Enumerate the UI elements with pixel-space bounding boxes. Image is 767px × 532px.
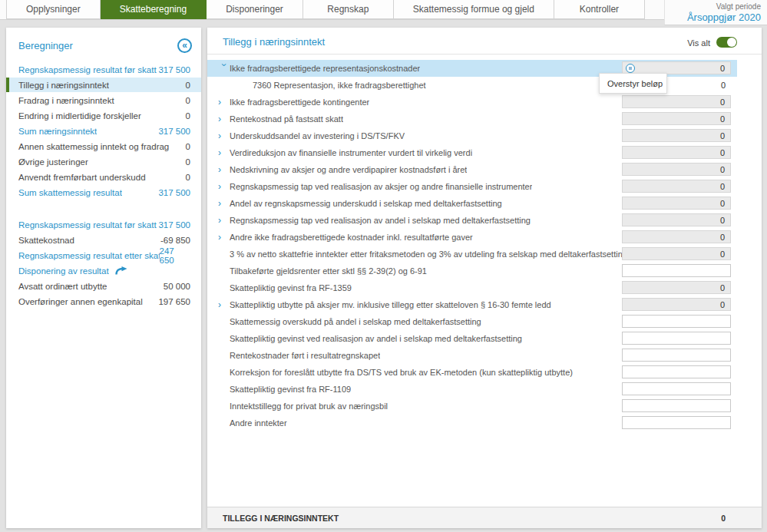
sidebar-item[interactable]: Sum næringsinntekt317 500 bbox=[6, 124, 201, 138]
sidebar-group-gap bbox=[6, 200, 201, 217]
show-all-toggle[interactable] bbox=[716, 37, 737, 48]
chevron-right-icon[interactable]: › bbox=[218, 165, 230, 174]
chevron-right-icon[interactable]: › bbox=[218, 199, 230, 208]
amount-value: 0 bbox=[720, 165, 725, 174]
amount-value: 0 bbox=[720, 182, 725, 191]
sidebar-item[interactable]: Annen skattemessig inntekt og fradrag0 bbox=[6, 139, 201, 154]
chevron-right-icon[interactable]: › bbox=[218, 233, 230, 242]
sidebar-item[interactable]: Øvrige justeringer0 bbox=[6, 154, 201, 169]
amount-field[interactable]: 0 bbox=[622, 247, 731, 260]
chevron-right-icon[interactable]: › bbox=[218, 97, 230, 107]
sidebar-item-value: 0 bbox=[186, 173, 190, 182]
override-amount-icon[interactable] bbox=[626, 64, 635, 73]
tab-regnskap[interactable]: Regnskap bbox=[303, 0, 394, 19]
override-tooltip: Overstyr beløp bbox=[599, 73, 667, 94]
amount-field[interactable]: 0 bbox=[622, 112, 731, 125]
amount-field[interactable]: 0 bbox=[622, 230, 731, 243]
sidebar-item[interactable]: Tillegg i næringsinntekt0 bbox=[6, 78, 201, 92]
sidebar-item-label: Fradrag i næringsinntekt bbox=[18, 96, 114, 105]
row-label: Inntektstillegg for privat bruk av nærin… bbox=[230, 401, 388, 411]
row-label: Tilbakeførte gjeldsrenter etter sktl §§ … bbox=[230, 266, 427, 276]
chevron-right-icon[interactable]: › bbox=[218, 114, 230, 124]
row-label: Rentekostnader ført i resultatregnskapet bbox=[230, 351, 380, 360]
statement-row: ›Skattepliktig utbytte på aksjer mv. ink… bbox=[207, 296, 737, 313]
amount-value: 0 bbox=[720, 97, 725, 107]
sidebar-item[interactable]: Anvendt fremførbart underskudd0 bbox=[6, 170, 201, 184]
row-label: Underskuddsandel av investering i DS/TS/… bbox=[230, 131, 405, 140]
sidebar-item[interactable]: Regnskapsmessig resultat før skatt317 50… bbox=[6, 217, 201, 232]
sidebar-item[interactable]: Avsatt ordinært utbytte50 000 bbox=[6, 279, 201, 293]
amount-field[interactable] bbox=[622, 365, 731, 378]
amount-field[interactable]: 0 bbox=[622, 298, 731, 311]
chevron-right-icon[interactable]: › bbox=[218, 182, 230, 191]
statement-row: ›Andel av regnskapsmessig underskudd i s… bbox=[207, 195, 737, 212]
collapse-sidebar-icon[interactable]: « bbox=[177, 38, 192, 53]
amount-field[interactable] bbox=[622, 264, 731, 277]
sidebar-item-value: 50 000 bbox=[164, 282, 190, 291]
amount-field[interactable] bbox=[622, 349, 731, 362]
amount-field[interactable]: 0 bbox=[622, 197, 731, 210]
sidebar-item[interactable]: Fradrag i næringsinntekt0 bbox=[6, 93, 201, 107]
chevron-right-icon[interactable]: › bbox=[218, 300, 230, 309]
sidebar-item-label: Øvrige justeringer bbox=[18, 157, 88, 167]
sidebar-item-label: Endring i midlertidige forskjeller bbox=[18, 111, 141, 121]
sidebar-header: Beregninger « bbox=[6, 28, 201, 59]
tab-skattemessig-formue-og-gjeld[interactable]: Skattemessig formue og gjeld bbox=[394, 0, 554, 19]
sidebar-item-label: Regnskapsmessig resultat etter skatt bbox=[18, 251, 160, 260]
sidebar-item[interactable]: Endring i midlertidige forskjeller0 bbox=[6, 108, 201, 123]
amount-field[interactable]: 0 bbox=[622, 213, 731, 226]
sidebar-item-value: 247 650 bbox=[160, 246, 190, 265]
sidebar-title: Beregninger bbox=[18, 40, 73, 51]
amount-field[interactable]: 0 bbox=[622, 95, 731, 108]
amount-value: 0 bbox=[721, 81, 726, 90]
chevron-right-icon[interactable]: › bbox=[218, 131, 230, 140]
amount-field[interactable] bbox=[622, 332, 731, 345]
amount-value: 0 bbox=[720, 199, 725, 208]
tab-disponeringer[interactable]: Disponeringer bbox=[207, 0, 303, 19]
amount-field[interactable] bbox=[622, 399, 731, 412]
sidebar-item[interactable]: Sum skattemessig resultat317 500 bbox=[6, 185, 201, 200]
sidebar-item[interactable]: Overføringer annen egenkapital197 650 bbox=[6, 294, 201, 309]
statement-row: ›Rentekostnad på fastsatt skatt0 bbox=[207, 111, 737, 127]
amount-field[interactable] bbox=[622, 315, 731, 328]
sidebar-item-value: 197 650 bbox=[158, 297, 190, 306]
amount-value: 0 bbox=[720, 114, 725, 124]
sidebar-item[interactable]: Regnskapsmessig resultat før skatt317 50… bbox=[6, 62, 201, 77]
amount-field[interactable]: 0 bbox=[622, 180, 731, 193]
chevron-right-icon[interactable]: › bbox=[218, 148, 230, 157]
statement-row: ›Ikke fradragsberettigede kontingenter0 bbox=[207, 94, 737, 111]
sidebar-item[interactable]: Skattekostnad-69 850 bbox=[6, 233, 201, 247]
show-all-label: Vis alt bbox=[687, 38, 710, 48]
total-bar: TILLEGG I NÆRINGSINNTEKT 0 bbox=[207, 507, 762, 528]
main-panel: Tillegg i næringsinntekt Vis alt ›Ikke f… bbox=[207, 28, 762, 528]
amount-value: 0 bbox=[720, 233, 725, 242]
amount-field[interactable]: 0 bbox=[622, 129, 731, 142]
tab-opplysninger[interactable]: Opplysninger bbox=[6, 0, 101, 19]
period-value[interactable]: Årsoppgjør 2020 bbox=[665, 12, 761, 23]
tab-kontroller[interactable]: Kontroller bbox=[554, 0, 645, 19]
sidebar-item-label: Regnskapsmessig resultat før skatt bbox=[18, 220, 157, 230]
sidebar-item[interactable]: Disponering av resultat bbox=[6, 263, 201, 278]
total-value: 0 bbox=[721, 514, 726, 523]
chevron-down-icon[interactable]: › bbox=[220, 64, 229, 75]
amount-field[interactable] bbox=[622, 382, 731, 395]
statement-row: ›3 % av netto skattefrie inntekter etter… bbox=[207, 246, 737, 263]
calculations-sidebar: Beregninger « Regnskapsmessig resultat f… bbox=[6, 28, 201, 528]
sidebar-item-label: Sum næringsinntekt bbox=[18, 127, 97, 136]
row-label: Skattepliktig gevinst ved realisasjon av… bbox=[230, 334, 522, 343]
period-selector[interactable]: Valgt periode Årsoppgjør 2020 bbox=[664, 0, 767, 25]
amount-field[interactable] bbox=[622, 416, 731, 429]
chevron-right-icon[interactable]: › bbox=[218, 216, 230, 225]
amount-field[interactable]: 0 bbox=[622, 146, 731, 159]
sidebar-item[interactable]: Regnskapsmessig resultat etter skatt247 … bbox=[6, 248, 201, 263]
amount-field[interactable]: 0 bbox=[622, 281, 731, 294]
sidebar-item-label: Overføringer annen egenkapital bbox=[18, 297, 143, 306]
sidebar-item-value: 317 500 bbox=[158, 188, 190, 197]
tab-skatteberegning[interactable]: Skatteberegning bbox=[101, 0, 207, 19]
sidebar-item-value: 317 500 bbox=[158, 220, 190, 230]
row-label: Skattepliktig utbytte på aksjer mv. inkl… bbox=[230, 300, 551, 309]
row-label: 7360 Representasjon, ikke fradragsberett… bbox=[253, 81, 426, 90]
amount-field[interactable]: 0 bbox=[622, 163, 731, 176]
statement-row: ›Skattepliktig gevinst fra RF-13590 bbox=[207, 279, 737, 296]
period-label: Valgt periode bbox=[665, 2, 761, 11]
